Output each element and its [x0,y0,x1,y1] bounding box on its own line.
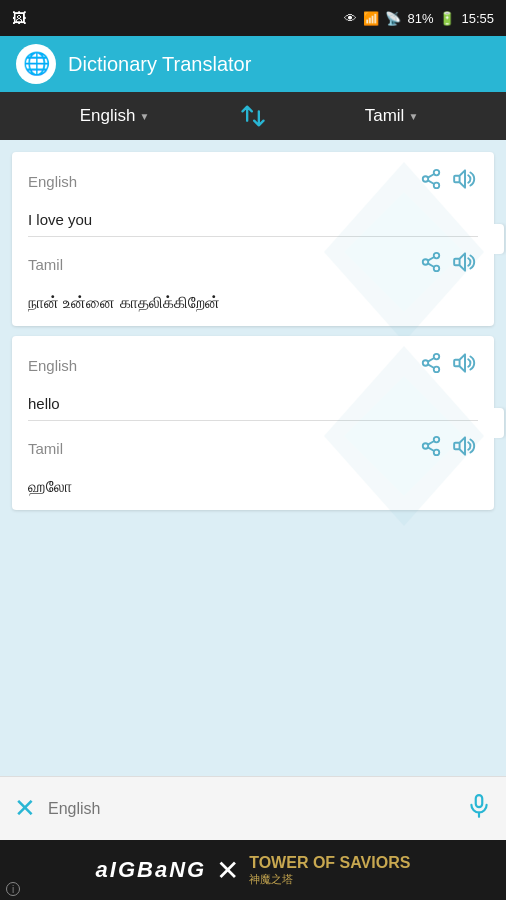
target-language-label: Tamil [365,106,405,126]
svg-point-17 [423,360,429,366]
svg-rect-7 [454,176,459,183]
card1-target-lang: Tamil [28,256,63,273]
source-language-button[interactable]: English ▼ [0,92,229,140]
ad-brand2-container: TOWER OF SAVIORS 神魔之塔 [249,853,410,887]
input-bar: ✕ [0,776,506,840]
svg-point-8 [434,253,440,259]
svg-rect-21 [454,360,459,367]
card1-source-speaker-button[interactable] [452,166,478,197]
card2-target-speaker-button[interactable] [452,433,478,464]
ad-brand1: aIGBaNG [96,857,207,883]
svg-line-19 [428,364,434,368]
swap-icon [239,102,267,130]
source-language-label: English [80,106,136,126]
svg-point-22 [434,437,440,443]
language-selector-bar: English ▼ Tamil ▼ [0,92,506,140]
battery-icon: 🔋 [439,11,455,26]
card2-source-section: English [28,350,478,381]
battery-text: 81% [407,11,433,26]
svg-point-24 [434,450,440,456]
card1-source-text: I love you [28,203,478,237]
card2-source-share-button[interactable] [420,352,442,379]
card2-source-lang: English [28,357,77,374]
svg-point-3 [423,176,429,182]
svg-point-18 [434,367,440,373]
svg-line-6 [428,174,434,178]
svg-line-12 [428,257,434,261]
svg-point-2 [434,170,440,176]
svg-line-20 [428,358,434,362]
svg-line-11 [428,263,434,267]
svg-rect-27 [454,443,459,450]
search-input[interactable] [48,800,454,818]
card1-notch [494,224,504,254]
close-search-button[interactable]: ✕ [14,793,36,824]
svg-line-26 [428,441,434,445]
svg-rect-13 [454,259,459,266]
translation-card-1: English [12,152,494,326]
card1-target-section: Tamil [28,249,478,280]
card1-source-share-button[interactable] [420,168,442,195]
card1-target-speaker-button[interactable] [452,249,478,280]
card1-target-text: நான் உன்னை காதலிக்கிறேன் [28,286,478,312]
ad-brand2: TOWER OF SAVIORS [249,853,410,872]
card2-source-speaker-button[interactable] [452,350,478,381]
card2-source-text: hello [28,387,478,421]
svg-line-5 [428,180,434,184]
svg-point-10 [434,266,440,272]
main-content: English [0,140,506,776]
card2-notch [494,408,504,438]
ad-banner: aIGBaNG ✕ TOWER OF SAVIORS 神魔之塔 i [0,840,506,900]
translation-card-2: English [12,336,494,510]
card2-target-lang: Tamil [28,440,63,457]
wifi-icon: 📶 [363,11,379,26]
signal-icon: 📡 [385,11,401,26]
svg-point-23 [423,443,429,449]
status-bar: 🖼 👁 📶 📡 81% 🔋 15:55 [0,0,506,36]
card1-target-share-button[interactable] [420,251,442,278]
svg-rect-28 [476,795,483,807]
card1-source-section: English [28,166,478,197]
svg-point-4 [434,183,440,189]
ad-separator: ✕ [216,854,239,887]
source-lang-arrow: ▼ [139,111,149,122]
card2-target-section: Tamil [28,433,478,464]
app-title: Dictionary Translator [68,53,251,76]
ad-brand2-sub: 神魔之塔 [249,872,410,887]
target-lang-arrow: ▼ [408,111,418,122]
target-language-button[interactable]: Tamil ▼ [277,92,506,140]
swap-languages-button[interactable] [229,92,277,140]
ad-info-button[interactable]: i [6,882,20,896]
card2-target-share-button[interactable] [420,435,442,462]
ad-content: aIGBaNG ✕ TOWER OF SAVIORS 神魔之塔 [96,853,411,887]
screen-icon: 🖼 [12,10,26,26]
card1-source-lang: English [28,173,77,190]
svg-line-25 [428,447,434,451]
svg-point-9 [423,259,429,265]
app-bar: 🌐 Dictionary Translator [0,36,506,92]
time-display: 15:55 [461,11,494,26]
app-icon: 🌐 [16,44,56,84]
eye-icon: 👁 [344,11,357,26]
svg-point-16 [434,354,440,360]
mic-button[interactable] [466,793,492,825]
card2-target-text: ஹலோ [28,470,478,496]
